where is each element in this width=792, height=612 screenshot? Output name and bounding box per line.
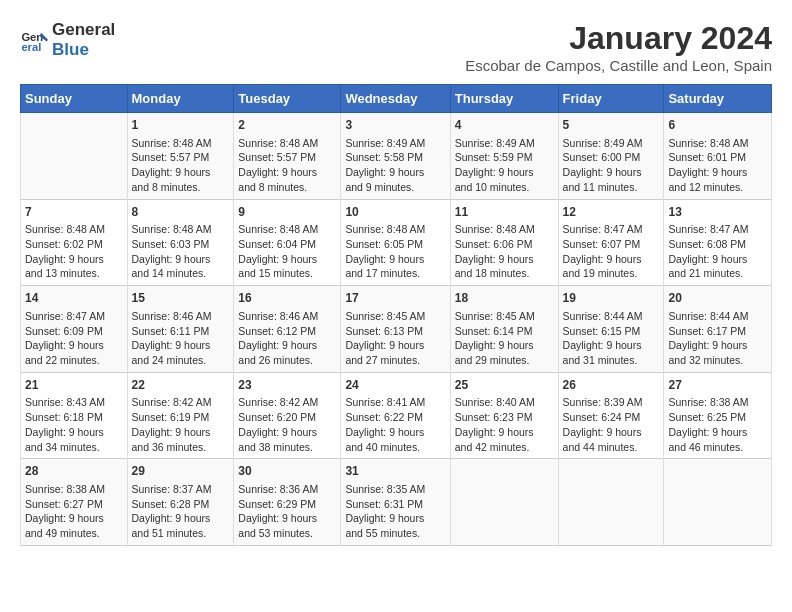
day-info: Sunrise: 8:48 AMSunset: 6:05 PMDaylight:… [345, 222, 445, 281]
calendar-cell: 20Sunrise: 8:44 AMSunset: 6:17 PMDayligh… [664, 286, 772, 373]
day-info: Sunrise: 8:38 AMSunset: 6:27 PMDaylight:… [25, 482, 123, 541]
calendar-cell: 13Sunrise: 8:47 AMSunset: 6:08 PMDayligh… [664, 199, 772, 286]
day-number: 3 [345, 117, 445, 134]
calendar-cell [450, 459, 558, 546]
day-number: 28 [25, 463, 123, 480]
day-info: Sunrise: 8:42 AMSunset: 6:19 PMDaylight:… [132, 395, 230, 454]
day-number: 16 [238, 290, 336, 307]
day-info: Sunrise: 8:48 AMSunset: 6:06 PMDaylight:… [455, 222, 554, 281]
day-info: Sunrise: 8:47 AMSunset: 6:07 PMDaylight:… [563, 222, 660, 281]
calendar-cell: 2Sunrise: 8:48 AMSunset: 5:57 PMDaylight… [234, 113, 341, 200]
calendar-cell: 1Sunrise: 8:48 AMSunset: 5:57 PMDaylight… [127, 113, 234, 200]
day-number: 1 [132, 117, 230, 134]
calendar-cell: 10Sunrise: 8:48 AMSunset: 6:05 PMDayligh… [341, 199, 450, 286]
day-number: 24 [345, 377, 445, 394]
day-info: Sunrise: 8:48 AMSunset: 5:57 PMDaylight:… [238, 136, 336, 195]
day-info: Sunrise: 8:45 AMSunset: 6:14 PMDaylight:… [455, 309, 554, 368]
calendar-cell: 28Sunrise: 8:38 AMSunset: 6:27 PMDayligh… [21, 459, 128, 546]
day-info: Sunrise: 8:48 AMSunset: 6:02 PMDaylight:… [25, 222, 123, 281]
day-number: 27 [668, 377, 767, 394]
calendar-cell [21, 113, 128, 200]
calendar-cell: 5Sunrise: 8:49 AMSunset: 6:00 PMDaylight… [558, 113, 664, 200]
calendar-cell: 22Sunrise: 8:42 AMSunset: 6:19 PMDayligh… [127, 372, 234, 459]
calendar-cell: 19Sunrise: 8:44 AMSunset: 6:15 PMDayligh… [558, 286, 664, 373]
day-number: 2 [238, 117, 336, 134]
day-number: 25 [455, 377, 554, 394]
day-number: 7 [25, 204, 123, 221]
calendar-cell: 4Sunrise: 8:49 AMSunset: 5:59 PMDaylight… [450, 113, 558, 200]
day-number: 30 [238, 463, 336, 480]
calendar-cell: 23Sunrise: 8:42 AMSunset: 6:20 PMDayligh… [234, 372, 341, 459]
day-number: 10 [345, 204, 445, 221]
calendar-cell: 30Sunrise: 8:36 AMSunset: 6:29 PMDayligh… [234, 459, 341, 546]
svg-text:eral: eral [21, 42, 41, 54]
day-info: Sunrise: 8:47 AMSunset: 6:09 PMDaylight:… [25, 309, 123, 368]
day-number: 9 [238, 204, 336, 221]
calendar-cell: 8Sunrise: 8:48 AMSunset: 6:03 PMDaylight… [127, 199, 234, 286]
day-info: Sunrise: 8:44 AMSunset: 6:15 PMDaylight:… [563, 309, 660, 368]
calendar-cell: 12Sunrise: 8:47 AMSunset: 6:07 PMDayligh… [558, 199, 664, 286]
week-row-2: 7Sunrise: 8:48 AMSunset: 6:02 PMDaylight… [21, 199, 772, 286]
calendar-cell: 15Sunrise: 8:46 AMSunset: 6:11 PMDayligh… [127, 286, 234, 373]
day-info: Sunrise: 8:38 AMSunset: 6:25 PMDaylight:… [668, 395, 767, 454]
calendar-cell: 25Sunrise: 8:40 AMSunset: 6:23 PMDayligh… [450, 372, 558, 459]
calendar-cell: 17Sunrise: 8:45 AMSunset: 6:13 PMDayligh… [341, 286, 450, 373]
day-number: 21 [25, 377, 123, 394]
calendar-table: SundayMondayTuesdayWednesdayThursdayFrid… [20, 84, 772, 546]
week-row-3: 14Sunrise: 8:47 AMSunset: 6:09 PMDayligh… [21, 286, 772, 373]
day-number: 22 [132, 377, 230, 394]
calendar-cell: 26Sunrise: 8:39 AMSunset: 6:24 PMDayligh… [558, 372, 664, 459]
day-number: 23 [238, 377, 336, 394]
logo: Gen eral General Blue [20, 20, 115, 61]
day-info: Sunrise: 8:37 AMSunset: 6:28 PMDaylight:… [132, 482, 230, 541]
day-number: 5 [563, 117, 660, 134]
day-info: Sunrise: 8:49 AMSunset: 5:58 PMDaylight:… [345, 136, 445, 195]
day-number: 8 [132, 204, 230, 221]
week-row-5: 28Sunrise: 8:38 AMSunset: 6:27 PMDayligh… [21, 459, 772, 546]
calendar-cell: 27Sunrise: 8:38 AMSunset: 6:25 PMDayligh… [664, 372, 772, 459]
logo-line1: General [52, 20, 115, 40]
calendar-cell: 6Sunrise: 8:48 AMSunset: 6:01 PMDaylight… [664, 113, 772, 200]
day-info: Sunrise: 8:36 AMSunset: 6:29 PMDaylight:… [238, 482, 336, 541]
day-number: 11 [455, 204, 554, 221]
day-info: Sunrise: 8:49 AMSunset: 5:59 PMDaylight:… [455, 136, 554, 195]
header-wednesday: Wednesday [341, 85, 450, 113]
day-info: Sunrise: 8:43 AMSunset: 6:18 PMDaylight:… [25, 395, 123, 454]
calendar-cell: 3Sunrise: 8:49 AMSunset: 5:58 PMDaylight… [341, 113, 450, 200]
day-info: Sunrise: 8:48 AMSunset: 6:03 PMDaylight:… [132, 222, 230, 281]
day-info: Sunrise: 8:48 AMSunset: 6:01 PMDaylight:… [668, 136, 767, 195]
calendar-cell [558, 459, 664, 546]
logo-icon: Gen eral [20, 26, 48, 54]
calendar-header-row: SundayMondayTuesdayWednesdayThursdayFrid… [21, 85, 772, 113]
day-info: Sunrise: 8:49 AMSunset: 6:00 PMDaylight:… [563, 136, 660, 195]
day-info: Sunrise: 8:46 AMSunset: 6:11 PMDaylight:… [132, 309, 230, 368]
day-info: Sunrise: 8:39 AMSunset: 6:24 PMDaylight:… [563, 395, 660, 454]
day-info: Sunrise: 8:35 AMSunset: 6:31 PMDaylight:… [345, 482, 445, 541]
calendar-cell: 21Sunrise: 8:43 AMSunset: 6:18 PMDayligh… [21, 372, 128, 459]
calendar-cell: 7Sunrise: 8:48 AMSunset: 6:02 PMDaylight… [21, 199, 128, 286]
title-section: January 2024 Escobar de Campos, Castille… [465, 20, 772, 74]
day-info: Sunrise: 8:47 AMSunset: 6:08 PMDaylight:… [668, 222, 767, 281]
calendar-cell: 16Sunrise: 8:46 AMSunset: 6:12 PMDayligh… [234, 286, 341, 373]
day-info: Sunrise: 8:40 AMSunset: 6:23 PMDaylight:… [455, 395, 554, 454]
day-number: 31 [345, 463, 445, 480]
day-info: Sunrise: 8:45 AMSunset: 6:13 PMDaylight:… [345, 309, 445, 368]
day-info: Sunrise: 8:42 AMSunset: 6:20 PMDaylight:… [238, 395, 336, 454]
calendar-cell: 24Sunrise: 8:41 AMSunset: 6:22 PMDayligh… [341, 372, 450, 459]
header-saturday: Saturday [664, 85, 772, 113]
month-title: January 2024 [465, 20, 772, 57]
day-number: 6 [668, 117, 767, 134]
header-sunday: Sunday [21, 85, 128, 113]
day-number: 20 [668, 290, 767, 307]
day-number: 17 [345, 290, 445, 307]
header-tuesday: Tuesday [234, 85, 341, 113]
day-number: 4 [455, 117, 554, 134]
day-number: 14 [25, 290, 123, 307]
calendar-cell: 29Sunrise: 8:37 AMSunset: 6:28 PMDayligh… [127, 459, 234, 546]
day-info: Sunrise: 8:48 AMSunset: 6:04 PMDaylight:… [238, 222, 336, 281]
header: Gen eral General Blue January 2024 Escob… [20, 20, 772, 74]
calendar-cell: 14Sunrise: 8:47 AMSunset: 6:09 PMDayligh… [21, 286, 128, 373]
day-number: 12 [563, 204, 660, 221]
day-info: Sunrise: 8:48 AMSunset: 5:57 PMDaylight:… [132, 136, 230, 195]
location-subtitle: Escobar de Campos, Castille and Leon, Sp… [465, 57, 772, 74]
